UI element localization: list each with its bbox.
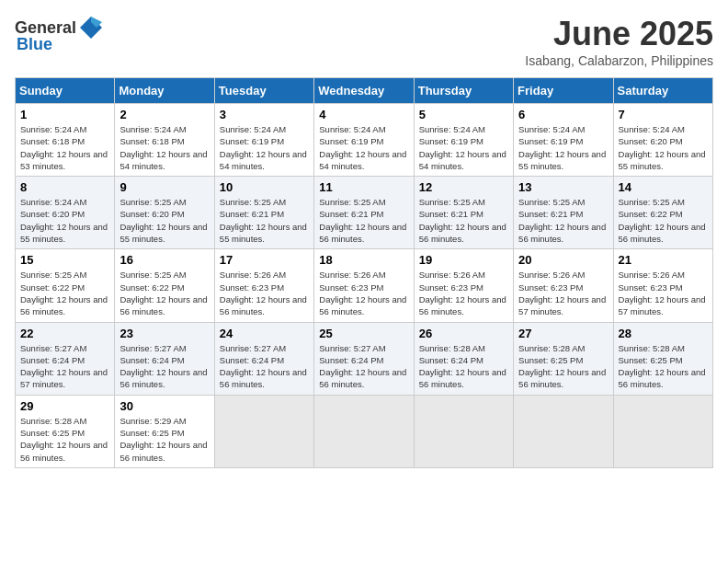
- day-info: Sunrise: 5:25 AM Sunset: 6:20 PM Dayligh…: [119, 196, 209, 245]
- day-info: Sunrise: 5:25 AM Sunset: 6:21 PM Dayligh…: [419, 196, 508, 245]
- day-number: 8: [20, 180, 109, 194]
- day-cell-5: 5 Sunrise: 5:24 AM Sunset: 6:19 PM Dayli…: [414, 104, 513, 177]
- header-saturday: Saturday: [613, 78, 712, 104]
- day-info: Sunrise: 5:24 AM Sunset: 6:19 PM Dayligh…: [419, 123, 508, 172]
- day-cell-2: 2 Sunrise: 5:24 AM Sunset: 6:18 PM Dayli…: [115, 104, 214, 177]
- day-cell-9: 9 Sunrise: 5:25 AM Sunset: 6:20 PM Dayli…: [115, 177, 214, 249]
- day-cell-4: 4 Sunrise: 5:24 AM Sunset: 6:19 PM Dayli…: [314, 104, 414, 177]
- day-info: Sunrise: 5:24 AM Sunset: 6:18 PM Dayligh…: [119, 123, 209, 172]
- day-info: Sunrise: 5:25 AM Sunset: 6:22 PM Dayligh…: [20, 269, 109, 317]
- empty-cell: [214, 395, 313, 467]
- calendar-row: 29 Sunrise: 5:28 AM Sunset: 6:25 PM Dayl…: [16, 395, 713, 467]
- day-info: Sunrise: 5:24 AM Sunset: 6:19 PM Dayligh…: [220, 123, 309, 172]
- page-header: General Blue June 2025 Isabang, Calabarz…: [15, 15, 713, 68]
- day-cell-10: 10 Sunrise: 5:25 AM Sunset: 6:21 PM Dayl…: [214, 177, 313, 249]
- day-info: Sunrise: 5:24 AM Sunset: 6:18 PM Dayligh…: [20, 123, 109, 172]
- day-cell-23: 23 Sunrise: 5:27 AM Sunset: 6:24 PM Dayl…: [115, 322, 214, 395]
- day-number: 17: [220, 253, 309, 267]
- header-wednesday: Wednesday: [314, 78, 414, 104]
- day-number: 18: [319, 253, 408, 267]
- header-tuesday: Tuesday: [214, 78, 313, 104]
- logo: General Blue: [15, 15, 104, 54]
- day-cell-16: 16 Sunrise: 5:25 AM Sunset: 6:22 PM Dayl…: [115, 249, 214, 322]
- day-info: Sunrise: 5:25 AM Sunset: 6:22 PM Dayligh…: [119, 269, 209, 317]
- day-info: Sunrise: 5:27 AM Sunset: 6:24 PM Dayligh…: [119, 342, 209, 391]
- day-number: 2: [119, 108, 209, 121]
- day-number: 25: [319, 327, 408, 340]
- day-cell-6: 6 Sunrise: 5:24 AM Sunset: 6:19 PM Dayli…: [514, 104, 613, 177]
- day-info: Sunrise: 5:28 AM Sunset: 6:25 PM Dayligh…: [518, 342, 608, 391]
- day-cell-24: 24 Sunrise: 5:27 AM Sunset: 6:24 PM Dayl…: [214, 322, 313, 395]
- calendar-row: 15 Sunrise: 5:25 AM Sunset: 6:22 PM Dayl…: [16, 249, 713, 322]
- day-cell-27: 27 Sunrise: 5:28 AM Sunset: 6:25 PM Dayl…: [514, 322, 613, 395]
- day-info: Sunrise: 5:26 AM Sunset: 6:23 PM Dayligh…: [518, 269, 608, 317]
- day-number: 12: [419, 180, 508, 194]
- day-number: 26: [419, 327, 508, 340]
- day-info: Sunrise: 5:26 AM Sunset: 6:23 PM Dayligh…: [319, 269, 408, 317]
- day-number: 10: [220, 180, 309, 194]
- day-info: Sunrise: 5:27 AM Sunset: 6:24 PM Dayligh…: [319, 342, 408, 391]
- day-number: 14: [619, 180, 708, 194]
- day-number: 5: [419, 108, 508, 121]
- day-cell-15: 15 Sunrise: 5:25 AM Sunset: 6:22 PM Dayl…: [16, 249, 115, 322]
- day-cell-17: 17 Sunrise: 5:26 AM Sunset: 6:23 PM Dayl…: [214, 249, 313, 322]
- day-number: 28: [619, 327, 708, 340]
- day-info: Sunrise: 5:24 AM Sunset: 6:20 PM Dayligh…: [20, 196, 109, 245]
- day-cell-21: 21 Sunrise: 5:26 AM Sunset: 6:23 PM Dayl…: [613, 249, 712, 322]
- day-info: Sunrise: 5:26 AM Sunset: 6:23 PM Dayligh…: [419, 269, 508, 317]
- day-number: 13: [518, 180, 608, 194]
- day-cell-14: 14 Sunrise: 5:25 AM Sunset: 6:22 PM Dayl…: [613, 177, 712, 249]
- empty-cell: [414, 395, 513, 467]
- day-info: Sunrise: 5:27 AM Sunset: 6:24 PM Dayligh…: [20, 342, 109, 391]
- day-cell-11: 11 Sunrise: 5:25 AM Sunset: 6:21 PM Dayl…: [314, 177, 414, 249]
- day-info: Sunrise: 5:29 AM Sunset: 6:25 PM Dayligh…: [119, 415, 209, 464]
- day-cell-20: 20 Sunrise: 5:26 AM Sunset: 6:23 PM Dayl…: [514, 249, 613, 322]
- day-number: 6: [518, 108, 608, 121]
- day-number: 15: [20, 253, 109, 267]
- day-cell-28: 28 Sunrise: 5:28 AM Sunset: 6:25 PM Dayl…: [613, 322, 712, 395]
- title-area: June 2025 Isabang, Calabarzon, Philippin…: [525, 15, 713, 68]
- day-info: Sunrise: 5:25 AM Sunset: 6:21 PM Dayligh…: [319, 196, 408, 245]
- day-info: Sunrise: 5:24 AM Sunset: 6:19 PM Dayligh…: [319, 123, 408, 172]
- day-info: Sunrise: 5:28 AM Sunset: 6:25 PM Dayligh…: [20, 415, 109, 464]
- day-number: 30: [119, 399, 209, 413]
- day-info: Sunrise: 5:27 AM Sunset: 6:24 PM Dayligh…: [220, 342, 309, 391]
- day-number: 1: [20, 108, 109, 121]
- month-title: June 2025: [525, 15, 713, 53]
- day-info: Sunrise: 5:24 AM Sunset: 6:20 PM Dayligh…: [619, 123, 708, 172]
- day-info: Sunrise: 5:25 AM Sunset: 6:21 PM Dayligh…: [518, 196, 608, 245]
- day-info: Sunrise: 5:26 AM Sunset: 6:23 PM Dayligh…: [220, 269, 309, 317]
- day-cell-3: 3 Sunrise: 5:24 AM Sunset: 6:19 PM Dayli…: [214, 104, 313, 177]
- weekday-header-row: Sunday Monday Tuesday Wednesday Thursday…: [16, 78, 713, 104]
- day-info: Sunrise: 5:28 AM Sunset: 6:25 PM Dayligh…: [619, 342, 708, 391]
- day-info: Sunrise: 5:28 AM Sunset: 6:24 PM Dayligh…: [419, 342, 508, 391]
- day-number: 9: [119, 180, 209, 194]
- day-cell-13: 13 Sunrise: 5:25 AM Sunset: 6:21 PM Dayl…: [514, 177, 613, 249]
- day-number: 19: [419, 253, 508, 267]
- day-cell-12: 12 Sunrise: 5:25 AM Sunset: 6:21 PM Dayl…: [414, 177, 513, 249]
- day-cell-29: 29 Sunrise: 5:28 AM Sunset: 6:25 PM Dayl…: [16, 395, 115, 467]
- day-cell-25: 25 Sunrise: 5:27 AM Sunset: 6:24 PM Dayl…: [314, 322, 414, 395]
- header-sunday: Sunday: [16, 78, 115, 104]
- day-number: 22: [20, 327, 109, 340]
- day-info: Sunrise: 5:25 AM Sunset: 6:21 PM Dayligh…: [220, 196, 309, 245]
- day-number: 21: [619, 253, 708, 267]
- day-number: 23: [119, 327, 209, 340]
- day-cell-8: 8 Sunrise: 5:24 AM Sunset: 6:20 PM Dayli…: [16, 177, 115, 249]
- day-number: 4: [319, 108, 408, 121]
- day-number: 11: [319, 180, 408, 194]
- day-info: Sunrise: 5:26 AM Sunset: 6:23 PM Dayligh…: [619, 269, 708, 317]
- day-number: 16: [119, 253, 209, 267]
- header-thursday: Thursday: [414, 78, 513, 104]
- calendar-table: Sunday Monday Tuesday Wednesday Thursday…: [15, 77, 713, 468]
- day-number: 27: [518, 327, 608, 340]
- calendar-row: 1 Sunrise: 5:24 AM Sunset: 6:18 PM Dayli…: [16, 104, 713, 177]
- empty-cell: [314, 395, 414, 467]
- day-cell-1: 1 Sunrise: 5:24 AM Sunset: 6:18 PM Dayli…: [16, 104, 115, 177]
- day-cell-19: 19 Sunrise: 5:26 AM Sunset: 6:23 PM Dayl…: [414, 249, 513, 322]
- day-cell-18: 18 Sunrise: 5:26 AM Sunset: 6:23 PM Dayl…: [314, 249, 414, 322]
- day-number: 3: [220, 108, 309, 121]
- day-number: 7: [619, 108, 708, 121]
- location-subtitle: Isabang, Calabarzon, Philippines: [525, 53, 713, 68]
- day-number: 20: [518, 253, 608, 267]
